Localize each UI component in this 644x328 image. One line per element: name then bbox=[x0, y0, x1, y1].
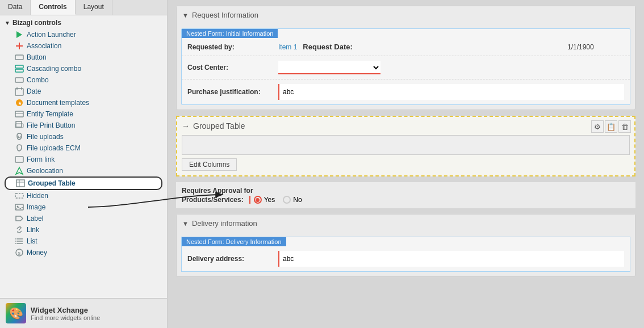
svg-point-28 bbox=[15, 238, 16, 239]
clip-icon bbox=[15, 132, 24, 141]
delivery-address-input[interactable] bbox=[278, 251, 624, 267]
sidebar-item-label: Form link bbox=[27, 155, 55, 163]
sidebar-item-cascading-combo[interactable]: Cascading combo bbox=[5, 63, 162, 74]
sidebar-item-link[interactable]: Link bbox=[5, 224, 162, 236]
svg-rect-21 bbox=[15, 194, 23, 198]
sidebar-item-label: Cascading combo bbox=[27, 65, 81, 73]
sidebar-item-hidden[interactable]: Hidden bbox=[5, 190, 162, 201]
sidebar-item-label: Money bbox=[27, 249, 47, 256]
sidebar-item-label: Geolocation bbox=[27, 167, 63, 175]
edit-columns-button[interactable]: Edit Columns bbox=[182, 158, 237, 171]
request-date-label: Request Date: bbox=[303, 43, 371, 51]
request-section-header: ▼ Request Information bbox=[177, 6, 635, 24]
image-icon bbox=[15, 203, 24, 212]
svg-point-30 bbox=[15, 243, 16, 244]
sidebar-item-label[interactable]: Label bbox=[5, 213, 162, 224]
sidebar-item-label: Association bbox=[27, 42, 61, 50]
sidebar-item-combo[interactable]: Combo bbox=[5, 74, 162, 86]
sidebar-item-label: Date bbox=[27, 87, 41, 95]
grouped-table-toolbar: ⚙ 📋 🗑 bbox=[591, 120, 631, 133]
date-icon bbox=[15, 87, 24, 96]
cascading-icon bbox=[15, 64, 24, 73]
sidebar-item-file-uploads[interactable]: File uploads bbox=[5, 131, 162, 142]
sidebar-item-money[interactable]: $ Money bbox=[5, 247, 162, 258]
radio-yes-option[interactable]: Yes bbox=[254, 196, 275, 204]
svg-rect-4 bbox=[15, 65, 23, 68]
sidebar-item-label: Image bbox=[27, 203, 45, 211]
sidebar-item-geolocation[interactable]: Geolocation bbox=[5, 165, 162, 176]
fileprint-icon bbox=[15, 121, 24, 130]
sidebar-item-file-print[interactable]: File Print Button bbox=[5, 120, 162, 131]
tree-root[interactable]: ▼ Bizagi controls bbox=[5, 19, 162, 27]
cost-center-select[interactable] bbox=[278, 61, 380, 74]
sidebar-item-button[interactable]: Button bbox=[5, 52, 162, 63]
sidebar-item-file-uploads-ecm[interactable]: File uploads ECM bbox=[5, 142, 162, 154]
widget-title: Widget Xchange bbox=[31, 306, 100, 314]
radio-no-option[interactable]: No bbox=[283, 196, 302, 204]
widget-info: Widget Xchange Find more widgets online bbox=[31, 306, 100, 321]
purchase-justification-input[interactable] bbox=[278, 84, 624, 100]
delivery-address-wrapper bbox=[278, 251, 624, 267]
sidebar-item-form-link[interactable]: Form link bbox=[5, 154, 162, 165]
delivery-nested-form: Nested Form: Delivery Information Delive… bbox=[181, 237, 630, 272]
sidebar-item-label: Action Launcher bbox=[27, 31, 76, 39]
tree-collapse-icon: ▼ bbox=[5, 20, 10, 26]
svg-point-29 bbox=[15, 241, 16, 242]
justify-wrapper bbox=[278, 84, 624, 100]
widget-subtitle: Find more widgets online bbox=[31, 314, 100, 321]
sidebar-item-image[interactable]: Image bbox=[5, 201, 162, 213]
yes-label: Yes bbox=[264, 196, 275, 204]
radio-yes-btn[interactable] bbox=[254, 196, 262, 204]
sidebar-item-label: Button bbox=[27, 53, 47, 61]
svg-rect-5 bbox=[15, 69, 23, 72]
sidebar-item-document-templates[interactable]: ★ Document templates bbox=[5, 97, 162, 108]
request-information-section: ▼ Request Information Nested Form: Initi… bbox=[176, 6, 635, 110]
left-panel: Data Controls Layout ▼ Bizagi controls A… bbox=[0, 0, 168, 328]
collapse-icon[interactable]: ▼ bbox=[182, 12, 189, 19]
formlink-icon bbox=[15, 155, 24, 164]
svg-rect-7 bbox=[15, 89, 23, 95]
svg-rect-3 bbox=[15, 55, 23, 60]
toolbar-copy-btn[interactable]: 📋 bbox=[605, 120, 617, 133]
sidebar-item-grouped-table[interactable]: Grouped Table bbox=[5, 176, 162, 190]
svg-line-24 bbox=[19, 229, 20, 230]
delivery-address-row: Delivery address: bbox=[182, 246, 630, 271]
svg-rect-6 bbox=[15, 78, 23, 82]
delivery-nested-title: Nested Form: Delivery Information bbox=[182, 237, 286, 246]
toolbar-settings-btn[interactable]: ⚙ bbox=[591, 120, 604, 133]
sidebar-item-action-launcher[interactable]: Action Launcher bbox=[5, 29, 162, 40]
left-scroll: ▼ Bizagi controls Action Launcher Associ… bbox=[0, 15, 167, 298]
toolbar-delete-btn[interactable]: 🗑 bbox=[618, 120, 631, 133]
svg-text:★: ★ bbox=[18, 100, 22, 106]
sidebar-item-label: Entity Template bbox=[27, 110, 73, 118]
grouped-table-label: Grouped Table bbox=[193, 121, 245, 131]
cost-center-label: Cost Center: bbox=[187, 64, 273, 72]
sidebar-item-list[interactable]: List bbox=[5, 236, 162, 247]
tab-data[interactable]: Data bbox=[0, 0, 31, 15]
widget-bar[interactable]: 🎨 Widget Xchange Find more widgets onlin… bbox=[0, 298, 167, 328]
request-section-label: Request Information bbox=[192, 11, 258, 19]
sidebar-item-date[interactable]: Date bbox=[5, 86, 162, 97]
tab-layout[interactable]: Layout bbox=[76, 0, 112, 15]
delivery-collapse-icon[interactable]: ▼ bbox=[182, 220, 189, 227]
clip2-icon bbox=[15, 144, 24, 153]
item-number: 1 bbox=[294, 43, 298, 51]
sidebar-item-association[interactable]: Association bbox=[5, 40, 162, 52]
money-icon: $ bbox=[15, 248, 24, 257]
sidebar-item-label: List bbox=[27, 237, 37, 245]
tab-controls[interactable]: Controls bbox=[31, 0, 75, 15]
sidebar-item-label: Document templates bbox=[27, 99, 89, 107]
svg-marker-17 bbox=[16, 167, 23, 174]
nested-form-initial: Nested Form: Initial Information Request… bbox=[181, 28, 630, 105]
sidebar-item-label: File uploads ECM bbox=[27, 144, 81, 152]
sidebar-item-label: File Print Button bbox=[27, 121, 75, 129]
purchase-justification-label: Purchase justification: bbox=[187, 88, 273, 96]
requested-by-value: Item 1 bbox=[278, 43, 297, 51]
approval-row: Products/Services: Yes No bbox=[182, 196, 630, 204]
radio-no-btn[interactable] bbox=[283, 196, 291, 204]
approval-radio-group: Yes No bbox=[249, 196, 302, 204]
sidebar-item-entity-template[interactable]: Entity Template bbox=[5, 108, 162, 120]
list-icon bbox=[15, 237, 24, 246]
arrow-prefix: → bbox=[182, 121, 190, 131]
tree-section: ▼ Bizagi controls Action Launcher Associ… bbox=[0, 15, 167, 262]
